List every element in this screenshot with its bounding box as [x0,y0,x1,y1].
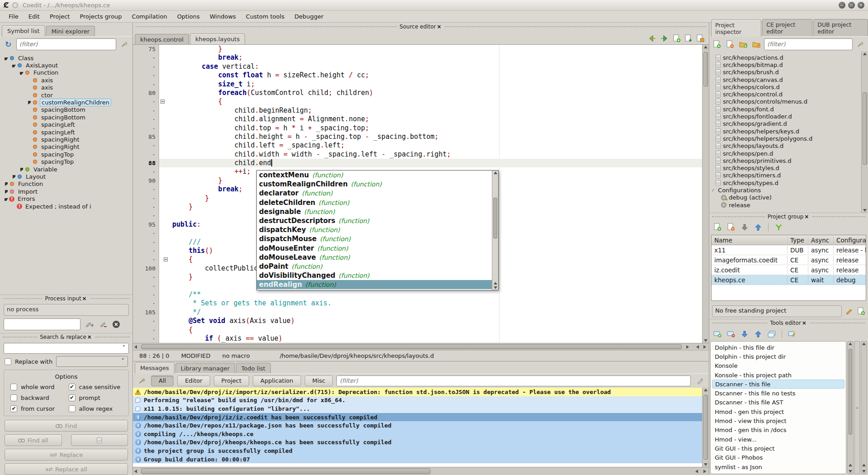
symbol-tree-item[interactable]: spacingLeft [0,128,132,136]
checkbox-case-sensitive[interactable]: ✔ [69,384,75,390]
project-file-item[interactable]: src/kheops/pen.d [709,150,868,157]
run-tool-icon[interactable] [787,328,797,339]
code-line[interactable]: · case vertical: [133,62,702,71]
messages-tab-messages[interactable]: Messages [135,362,175,374]
code-line[interactable]: · { [133,97,702,106]
table-row[interactable]: kheops.ceCEwaitdebug [712,275,866,285]
symbol-tree-item[interactable]: customRealignChildren [0,99,132,106]
chevron-down-icon[interactable] [11,62,17,69]
table-row[interactable]: imageformats.coeditCEasyncrelease [712,255,866,265]
completion-item[interactable]: customRealignChildren(function) [257,180,492,189]
tool-item[interactable]: Konsole [712,361,844,370]
log-row[interactable]: ithe project group is successfully compi… [133,446,709,455]
tools-list-scrollbar[interactable] [847,341,854,474]
filter-button-application[interactable]: Application [253,375,301,386]
completion-item[interactable]: deleteChildren(function) [257,198,492,207]
tool-item[interactable]: Git GUI - this project [712,444,844,453]
replace-with-checkbox[interactable] [5,358,11,365]
symbol-tree-item[interactable]: spacingBottom [0,114,132,121]
code-line[interactable]: · @Set void axis(Axis value) [133,317,702,325]
configuration-item[interactable]: debug (active) [709,194,868,201]
project-file-item[interactable]: src/kheops/styles.d [709,164,868,171]
tab-symbol-list[interactable]: Symbol list [2,25,45,37]
find-button[interactable]: Find [5,420,128,432]
log-row[interactable]: iGroup build duration: 00:00:07 [133,455,709,464]
tool-item[interactable]: Konsole - this project path [712,370,844,380]
menu-item-options[interactable]: Options [172,12,205,21]
code-line[interactable]: · break; [133,53,702,62]
code-line[interactable]: · const float h = sizeRect.height / cc; [133,71,702,80]
symbol-tree-item[interactable]: spacingRight [0,136,132,143]
project-file-item[interactable]: src/kheops/controls/menus.d [709,98,868,105]
menu-item-projects-group[interactable]: Projects group [75,12,127,21]
source-editor[interactable]: 75 }· break;· case vertical:· const floa… [133,44,709,343]
chevron-down-icon[interactable] [4,195,9,202]
broom-icon[interactable] [855,39,866,50]
new-file-icon[interactable] [673,34,681,43]
messages-tab-library-manager[interactable]: Library manager [175,363,235,373]
project-file-item[interactable]: src/kheops/bitmap.d [709,61,868,68]
messages-vscrollbar[interactable] [702,388,709,467]
chevron-right-icon[interactable] [19,166,24,173]
symbol-tree-item[interactable]: Function [0,180,132,188]
checkbox-whole-word[interactable] [10,384,17,390]
edit-project-icon[interactable] [845,308,854,315]
add-folder-icon[interactable] [738,39,749,50]
project-file-item[interactable]: src/kheops/font.d [709,105,868,113]
remove-file-icon[interactable] [725,39,736,50]
code-line[interactable]: 105 */ [133,308,702,317]
log-row[interactable]: icompiling /.../kheops/kheops.ce [133,430,709,438]
code-line[interactable]: · /** [133,290,702,299]
tool-item[interactable]: symlist - as Json [712,462,844,471]
fold-box[interactable] [160,100,165,104]
tab-mini-explorer[interactable]: Mini explorer [46,26,95,36]
checkbox-backward[interactable] [10,394,17,401]
move-down-icon[interactable] [739,222,750,233]
tool-item[interactable]: Hmod - gen this project [712,407,844,416]
symbol-tree-item[interactable]: ctor [0,91,132,99]
chevron-down-icon[interactable] [19,69,24,76]
project-file-item[interactable]: src/kheops/helpers/polygons.d [709,135,868,142]
menu-item-compilation[interactable]: Compilation [127,12,172,21]
project-file-item[interactable]: src/kheops/timers.d [709,172,868,179]
completion-item[interactable]: doVisibilityChanged(function) [257,271,492,280]
completion-item[interactable]: dispatchMouse(function) [257,234,492,243]
symbol-tree-item[interactable]: Layout [0,173,132,180]
menu-item-debugger[interactable]: Debugger [289,12,328,21]
clear-messages-icon[interactable] [137,375,147,386]
tool-item[interactable]: symlist [712,471,844,474]
find-all-button[interactable]: Find all [5,434,62,446]
log-row[interactable]: Performing "release" build using /usr/bi… [133,396,709,405]
completion-item[interactable]: declarator(function) [257,189,492,198]
move-up-icon[interactable] [753,222,764,233]
symbol-tree-item[interactable]: spacingTop [0,158,132,165]
log-row[interactable]: i/home/basile/Dev/dproj/iz/iz.coedit has… [133,413,709,422]
symbol-tree-item[interactable]: AxisLayout [0,62,132,69]
checkbox-allow-regex[interactable] [69,405,75,412]
table-row[interactable]: iz.coeditCEasyncrelease [712,265,866,275]
tool-item[interactable]: Dscanner - this file AST [712,398,844,407]
clone-tool-icon[interactable] [766,328,777,339]
chevron-down-icon[interactable] [4,55,9,62]
project-file-item[interactable]: src/kheops/fontloader.d [709,113,868,120]
code-line[interactable]: 85 child.height = h - _spacing.top - _sp… [133,133,702,141]
replace-all-button[interactable]: a⇄Replace all [5,463,128,475]
project-file-item[interactable]: src/kheops/gradient.d [709,120,868,128]
tools-detail-scrollbar[interactable] [861,341,867,474]
code-line[interactable]: · size_t i; [133,80,702,89]
menu-item-edit[interactable]: Edit [24,12,45,21]
move-tool-down-icon[interactable] [739,328,750,339]
symbol-tree-item[interactable]: axis [0,84,132,91]
project-file-item[interactable]: src/kheops/types.d [709,179,868,186]
completion-item[interactable]: doMouseEnter(function) [257,244,492,253]
close-icon[interactable]: × [801,320,807,326]
symbol-tree-item[interactable]: !Errors [0,195,132,202]
completion-scrollbar[interactable] [492,171,498,290]
menu-item-custom-tools[interactable]: Custom tools [241,12,289,21]
symbol-tree-item[interactable]: Class [0,54,132,62]
symbol-tree-item[interactable]: Import [0,188,132,195]
completion-item[interactable]: doMouseLeave(function) [257,253,492,262]
editor-tab-kheops-control[interactable]: kheops.control [135,34,189,44]
project-file-item[interactable]: src/kheops/actions.d [709,54,868,61]
export-results-icon[interactable] [71,434,128,446]
